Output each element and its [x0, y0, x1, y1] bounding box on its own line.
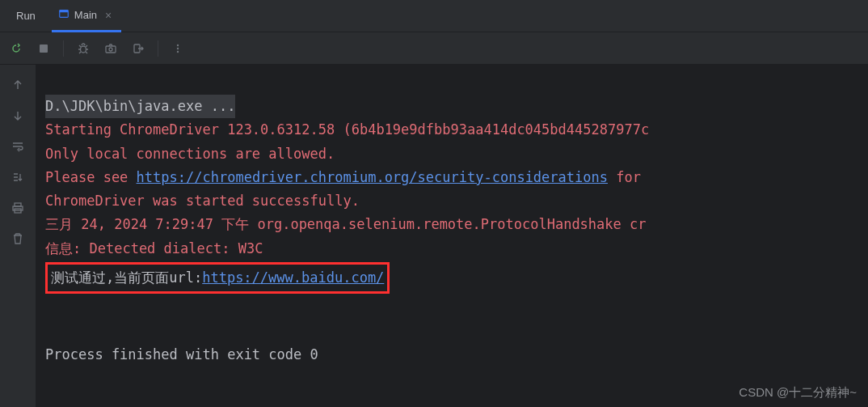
console-link[interactable]: https://chromedriver.chromium.org/securi…: [137, 169, 608, 185]
scroll-to-end-icon[interactable]: [9, 168, 27, 186]
svg-point-9: [177, 50, 179, 52]
divider: [158, 40, 158, 57]
svg-point-3: [81, 46, 86, 53]
highlighted-line: 测试通过,当前页面url:https://www.baidu.com/: [45, 262, 390, 294]
console-line: ChromeDriver was started successfully.: [45, 193, 360, 209]
tab-main[interactable]: Main ×: [52, 0, 121, 32]
bug-icon[interactable]: [75, 40, 91, 57]
svg-point-8: [177, 47, 179, 49]
exit-icon[interactable]: [130, 40, 146, 57]
tab-bar: Run Main ×: [0, 0, 868, 32]
print-icon[interactable]: [9, 199, 27, 217]
empty-line: [45, 295, 858, 319]
console-text: 测试通过,当前页面url:: [51, 269, 202, 286]
console-line: 三月 24, 2024 7:29:47 下午 org.openqa.seleni…: [45, 216, 647, 232]
camera-icon[interactable]: [103, 40, 119, 57]
application-icon: [58, 8, 70, 22]
divider: [63, 40, 64, 57]
console-line: Only local connections are allowed.: [45, 146, 335, 162]
console-line: 信息: Detected dialect: W3C: [45, 240, 263, 256]
watermark: CSDN @十二分精神~: [739, 385, 857, 401]
console-link[interactable]: https://www.baidu.com/: [202, 269, 384, 286]
svg-rect-2: [40, 45, 48, 53]
run-label[interactable]: Run: [10, 10, 42, 22]
down-arrow-icon[interactable]: [9, 107, 27, 125]
more-icon[interactable]: [170, 40, 186, 57]
svg-rect-1: [60, 11, 69, 13]
console-output: D.\JDK\bin\java.exe ... Starting ChromeD…: [36, 65, 868, 407]
tab-main-label: Main: [74, 9, 97, 21]
gutter: [0, 65, 36, 407]
console-line: Process finished with exit code 0: [45, 346, 318, 362]
trash-icon[interactable]: [9, 230, 27, 248]
up-arrow-icon[interactable]: [9, 76, 27, 94]
svg-point-7: [177, 44, 179, 45]
console-line: for: [608, 169, 649, 185]
svg-point-5: [109, 48, 112, 51]
rerun-icon[interactable]: [8, 40, 24, 57]
svg-rect-4: [106, 46, 116, 53]
stop-icon[interactable]: [36, 40, 52, 57]
close-icon[interactable]: ×: [102, 9, 115, 22]
main-area: D.\JDK\bin\java.exe ... Starting ChromeD…: [0, 65, 868, 407]
toolbar: [0, 32, 868, 65]
console-line: Starting ChromeDriver 123.0.6312.58 (6b4…: [45, 121, 649, 138]
console-line: Please see: [45, 169, 137, 185]
console-line-truncated: D.\JDK\bin\java.exe ...: [45, 95, 235, 118]
soft-wrap-icon[interactable]: [9, 138, 27, 155]
